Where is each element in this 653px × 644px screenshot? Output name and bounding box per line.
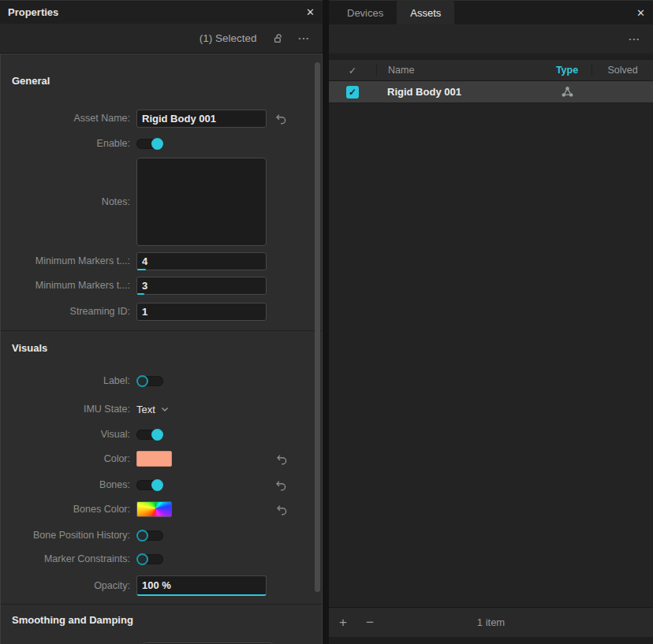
bone-position-history-toggle[interactable]: [136, 530, 163, 541]
item-count: 1 item: [329, 616, 653, 628]
marker-constraints-row: Marker Constraints:: [1, 551, 322, 567]
revert-icon[interactable]: [275, 453, 288, 465]
rigid-body-icon: [543, 86, 591, 98]
close-icon[interactable]: ✕: [306, 7, 315, 17]
scrollbar-thumb[interactable]: [315, 62, 320, 592]
min-markers-track-row: Minimum Markers t...:: [1, 251, 322, 270]
bones-label: Bones:: [1, 479, 136, 490]
visual-label: Visual:: [1, 429, 136, 440]
properties-titlebar: Properties ✕: [0, 0, 323, 24]
opacity-input[interactable]: [136, 575, 267, 596]
asset-row-name: Rigid Body 001: [376, 86, 543, 98]
opacity-row: Opacity:: [1, 575, 322, 596]
imu-state-value: Text: [136, 404, 155, 415]
label-row: Label:: [1, 373, 322, 389]
asset-name-label: Asset Name:: [1, 113, 136, 124]
name-column-header[interactable]: Name: [376, 65, 543, 76]
enable-toggle[interactable]: [136, 139, 163, 149]
min-markers-boot-label: Minimum Markers t...:: [1, 280, 136, 291]
streaming-id-input[interactable]: [136, 303, 267, 321]
tab-assets[interactable]: Assets: [397, 1, 454, 24]
bones-toggle[interactable]: [136, 480, 163, 490]
row-checkbox[interactable]: ✓: [346, 86, 359, 99]
assets-toolbar: •••: [329, 24, 653, 54]
properties-subheader: (1) Selected •••: [0, 24, 323, 54]
properties-title: Properties: [8, 6, 58, 18]
bones-color-label: Bones Color:: [1, 504, 136, 515]
notes-label: Notes:: [1, 196, 136, 207]
selection-count: (1) Selected: [200, 32, 257, 44]
menu-ellipsis-icon[interactable]: •••: [299, 35, 310, 42]
visual-toggle[interactable]: [136, 430, 163, 440]
close-icon[interactable]: ✕: [636, 8, 645, 18]
bone-position-history-row: Bone Position History:: [1, 527, 322, 543]
marker-constraints-label: Marker Constraints:: [1, 553, 136, 564]
streaming-id-row: Streaming ID:: [1, 302, 322, 321]
tab-devices[interactable]: Devices: [334, 1, 397, 24]
min-markers-track-label: Minimum Markers t...:: [1, 255, 136, 266]
table-row[interactable]: ✓ Rigid Body 001: [329, 81, 653, 103]
chevron-down-icon: [161, 407, 169, 412]
imu-state-row: IMU State: Text: [1, 401, 322, 417]
marker-constraints-toggle[interactable]: [136, 554, 163, 564]
unlock-icon[interactable]: [273, 33, 283, 44]
assets-table-header: ✓ Name Type Solved: [329, 60, 653, 81]
bones-color-swatch[interactable]: [136, 501, 172, 517]
color-label: Color:: [1, 453, 136, 464]
revert-icon[interactable]: [275, 504, 288, 516]
properties-panel: Properties ✕ (1) Selected ••• General As…: [0, 0, 323, 644]
assets-tabbar: Devices Assets ✕: [329, 0, 653, 24]
solved-column-header[interactable]: Solved: [591, 65, 653, 76]
section-visuals: Visuals: [12, 342, 322, 354]
imu-state-dropdown[interactable]: Text: [136, 404, 169, 415]
section-general: General: [12, 75, 322, 87]
revert-icon[interactable]: [274, 479, 287, 491]
enable-label: Enable:: [1, 138, 136, 149]
notes-row: Notes:: [1, 158, 322, 246]
bones-row: Bones:: [1, 477, 322, 493]
section-divider: [1, 330, 322, 331]
bone-position-history-label: Bone Position History:: [1, 530, 136, 541]
bones-color-row: Bones Color:: [1, 500, 322, 519]
visual-row: Visual:: [1, 426, 322, 442]
imu-state-label: IMU State:: [1, 404, 136, 415]
section-smoothing: Smoothing and Damping: [12, 614, 322, 626]
color-row: Color:: [1, 449, 322, 468]
streaming-id-label: Streaming ID:: [1, 306, 136, 317]
enable-row: Enable:: [1, 136, 322, 151]
notes-textarea[interactable]: [136, 158, 267, 246]
opacity-label: Opacity:: [1, 580, 136, 591]
properties-content: General Asset Name: Enable: Notes:: [0, 54, 323, 644]
min-markers-track-input[interactable]: [136, 252, 267, 270]
type-column-header[interactable]: Type: [543, 65, 591, 76]
min-markers-boot-input[interactable]: [136, 277, 267, 295]
menu-ellipsis-icon[interactable]: •••: [629, 35, 640, 43]
min-markers-boot-row: Minimum Markers t...:: [1, 276, 322, 295]
panel-bottom-edge: [329, 637, 653, 644]
label-label: Label:: [1, 375, 136, 386]
color-swatch[interactable]: [136, 451, 172, 467]
check-column-header[interactable]: ✓: [329, 65, 376, 76]
assets-footer: 1 item + −: [329, 607, 653, 637]
revert-icon[interactable]: [274, 113, 287, 125]
assets-panel: Devices Assets ✕ ••• ✓ Name Type Solved …: [329, 0, 653, 644]
toolbar-gap: [329, 54, 653, 60]
label-toggle[interactable]: [136, 376, 163, 386]
asset-name-row: Asset Name:: [1, 109, 322, 128]
section-divider: [1, 604, 322, 605]
asset-name-input[interactable]: [136, 110, 267, 128]
